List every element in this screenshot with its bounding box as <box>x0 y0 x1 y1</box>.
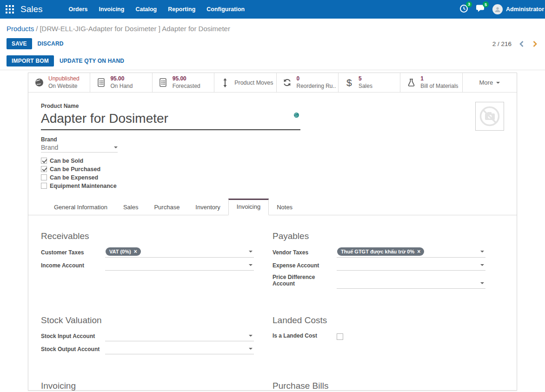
stat-button-forecasted[interactable]: 95.00 Forecasted <box>153 73 214 92</box>
can-be-sold-checkbox[interactable] <box>41 158 47 164</box>
more-button[interactable]: More <box>463 73 517 92</box>
top-navbar: Sales Orders Invoicing Catalog Reporting… <box>0 0 545 19</box>
vendor-taxes-field[interactable]: Thuế GTGT được khấu trừ 0% × <box>337 247 485 258</box>
menu-catalog[interactable]: Catalog <box>131 0 161 18</box>
tab-notes[interactable]: Notes <box>269 199 300 215</box>
equipment-maintenance-checkbox[interactable] <box>41 183 47 189</box>
customer-taxes-label: Customer Taxes <box>41 249 105 258</box>
is-landed-cost-checkbox[interactable] <box>337 333 343 340</box>
stock-output-account-label: Stock Output Account <box>41 346 105 354</box>
tab-purchase[interactable]: Purchase <box>146 199 187 215</box>
apps-grid-icon[interactable] <box>0 5 20 13</box>
sales-value: 5 <box>359 75 372 83</box>
breadcrumb-current: [DRW-ELL-JIG-Adapter for Dosimeter ] Ada… <box>40 25 230 33</box>
payables-group: Payables Vendor Taxes Thuế GTGT được khấ… <box>272 231 504 292</box>
tag-remove-icon[interactable]: × <box>417 249 420 254</box>
purchase-bills-group: Purchase Bills Control Policy On ordered… <box>272 381 504 392</box>
bom-value: 1 <box>420 75 458 83</box>
calculator-icon <box>96 78 106 87</box>
control-panel: Products/[DRW-ELL-JIG-Adapter for Dosime… <box>0 19 545 70</box>
arrows-vertical-icon <box>220 78 230 87</box>
expense-account-label: Expense Account <box>272 262 337 271</box>
chevron-down-icon <box>480 264 484 266</box>
save-button[interactable]: SAVE <box>7 38 32 49</box>
stat-button-reordering-rules[interactable]: 0 Reordering Ru... <box>277 73 339 92</box>
stat-button-row: Unpublished On Website 95.00 On Hand <box>28 73 517 93</box>
stat-button-website[interactable]: Unpublished On Website <box>28 73 90 92</box>
brand-field[interactable] <box>41 144 118 153</box>
vendor-taxes-label: Vendor Taxes <box>272 249 337 258</box>
stat-button-bill-of-materials[interactable]: 1 Bill of Materials <box>400 73 462 92</box>
invoicing-tab-content: Receivables Customer Taxes VAT (0%) × In <box>41 215 504 392</box>
stat-button-on-hand[interactable]: 95.00 On Hand <box>90 73 152 92</box>
product-name-value[interactable]: Adapter for Dosimeter <box>41 112 300 126</box>
income-account-label: Income Account <box>41 262 105 271</box>
menu-orders[interactable]: Orders <box>64 0 93 18</box>
tag-remove-icon[interactable]: × <box>134 249 137 254</box>
can-be-sold-row: Can be Sold <box>41 158 504 164</box>
form-body: Product Name Adapter for Dosimeter Brand <box>28 93 517 392</box>
product-name-field[interactable]: Adapter for Dosimeter <box>41 110 300 130</box>
tab-general-information[interactable]: General Information <box>46 199 115 215</box>
on-hand-label: On Hand <box>110 83 133 90</box>
equipment-maintenance-row: Equipment Maintenance <box>41 183 504 189</box>
more-label: More <box>479 79 493 86</box>
can-be-expensed-checkbox[interactable] <box>41 174 47 180</box>
can-be-purchased-label: Can be Purchased <box>50 166 100 173</box>
menu-reporting[interactable]: Reporting <box>163 0 200 18</box>
update-qty-on-hand-button[interactable]: UPDATE QTY ON HAND <box>54 55 130 66</box>
activity-clock-icon[interactable]: 3 <box>459 4 468 15</box>
brand-label: Brand <box>41 136 504 143</box>
messages-icon[interactable]: 5 <box>476 4 485 14</box>
receivables-group: Receivables Customer Taxes VAT (0%) × In <box>41 231 263 292</box>
notebook-tabs: General Information Sales Purchase Inven… <box>28 199 517 215</box>
no-camera-icon <box>479 106 500 127</box>
can-be-purchased-checkbox[interactable] <box>41 166 47 172</box>
stock-valuation-group: Stock Valuation Stock Input Account Stoc… <box>41 315 263 358</box>
import-bom-button[interactable]: IMPORT BOM <box>7 55 54 66</box>
discard-button[interactable]: DISCARD <box>32 38 69 49</box>
on-hand-value: 95.00 <box>110 75 133 83</box>
landed-costs-group: Landed Costs Is a Landed Cost <box>272 315 504 358</box>
price-difference-account-field[interactable] <box>337 279 485 289</box>
income-account-field[interactable] <box>105 261 254 271</box>
product-moves-label: Product Moves <box>234 80 273 86</box>
can-be-expensed-label: Can be Expensed <box>50 174 98 181</box>
breadcrumb-separator: / <box>34 25 40 33</box>
vendor-tax-tag: Thuế GTGT được khấu trừ 0% × <box>337 247 424 256</box>
stock-output-account-field[interactable] <box>105 345 254 354</box>
pager-previous-icon[interactable] <box>518 40 525 48</box>
stock-input-account-field[interactable] <box>105 332 254 341</box>
menu-configuration[interactable]: Configuration <box>202 0 249 18</box>
chevron-down-icon <box>480 251 484 252</box>
product-name-label: Product Name <box>41 103 504 109</box>
tab-inventory[interactable]: Inventory <box>187 199 228 215</box>
stat-button-product-moves[interactable]: Product Moves <box>214 73 276 92</box>
pager-value[interactable]: 2 / 216 <box>492 40 512 47</box>
chevron-down-icon <box>249 348 253 350</box>
user-menu[interactable]: Administrator <box>492 4 544 14</box>
calculator-icon <box>158 78 168 87</box>
flask-icon <box>406 78 416 87</box>
form-sheet: Unpublished On Website 95.00 On Hand <box>28 73 517 391</box>
app-name[interactable]: Sales <box>20 4 43 14</box>
chevron-down-icon <box>114 146 118 148</box>
dollar-icon: $ <box>344 77 354 88</box>
breadcrumb-products-link[interactable]: Products <box>7 25 34 33</box>
main-menu: Orders Invoicing Catalog Reporting Confi… <box>64 0 250 18</box>
product-image-placeholder[interactable] <box>475 102 504 131</box>
customer-tax-tag: VAT (0%) × <box>106 247 141 256</box>
tab-sales[interactable]: Sales <box>115 199 146 215</box>
pager: 2 / 216 <box>492 40 538 48</box>
menu-invoicing[interactable]: Invoicing <box>94 0 129 18</box>
translate-globe-icon[interactable] <box>294 111 299 120</box>
globe-icon <box>34 78 44 87</box>
expense-account-field[interactable] <box>337 261 485 271</box>
tab-invoicing[interactable]: Invoicing <box>228 199 269 215</box>
brand-input[interactable] <box>41 144 101 151</box>
stat-button-sales[interactable]: $ 5 Sales <box>339 73 400 92</box>
refresh-icon <box>282 78 292 87</box>
pager-next-icon[interactable] <box>532 40 538 48</box>
customer-taxes-field[interactable]: VAT (0%) × <box>105 247 254 258</box>
invoicing-group: Invoicing Invoicing Policy Ordered quant… <box>41 381 263 392</box>
